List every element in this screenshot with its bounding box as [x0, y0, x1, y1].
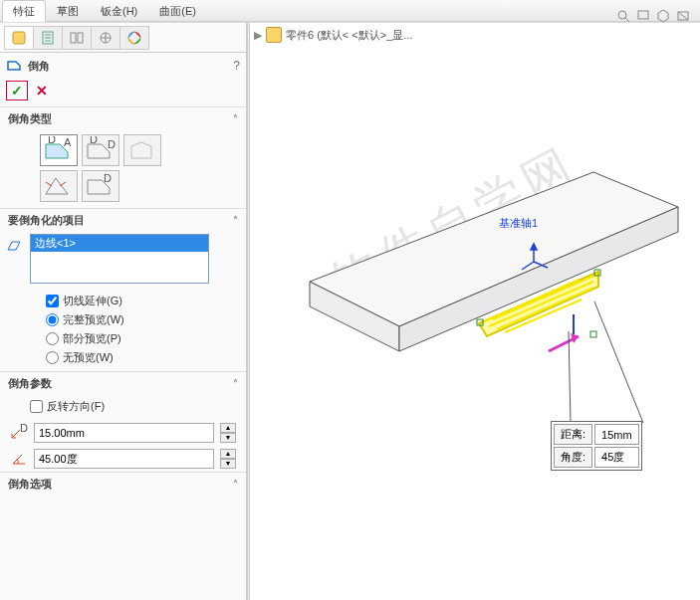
callout-ang-label: 角度:: [554, 447, 592, 468]
svg-text:D: D: [108, 138, 116, 150]
callout-ang-value[interactable]: 45度: [594, 447, 639, 468]
type-face-face[interactable]: D: [82, 170, 119, 202]
chamfer-icon: [6, 58, 22, 74]
ribbon-tab-feature[interactable]: 特征: [2, 0, 46, 22]
ribbon-tab-sheetmetal[interactable]: 钣金(H): [90, 0, 148, 22]
spin-up-icon[interactable]: ▲: [220, 449, 236, 459]
feature-header: 倒角 ?: [0, 53, 246, 79]
reverse-checkbox[interactable]: 反转方向(F): [30, 399, 246, 414]
fm-tab-property[interactable]: [33, 26, 63, 50]
preview-full-radio[interactable]: 完整预览(W): [46, 312, 246, 327]
preview-partial-radio[interactable]: 部分预览(P): [46, 331, 246, 346]
section-title-type: 倒角类型: [8, 111, 52, 126]
help-icon[interactable]: ?: [233, 59, 240, 73]
cancel-button[interactable]: ✕: [32, 83, 52, 99]
breadcrumb: ▶ 零件6 (默认< <默认>_显...: [254, 27, 412, 43]
reverse-label: 反转方向(F): [47, 399, 105, 414]
chevron-up-icon: ˄: [233, 113, 238, 124]
chamfer-callout[interactable]: 距离: 15mm 角度: 45度: [551, 421, 642, 471]
distance-spinner[interactable]: ▲ ▼: [220, 423, 236, 443]
spin-up-icon[interactable]: ▲: [220, 423, 236, 433]
feature-title: 倒角: [28, 59, 50, 74]
axis-label: 基准轴1: [499, 217, 538, 229]
section-title-params: 倒角参数: [8, 376, 52, 391]
svg-rect-11: [78, 33, 83, 43]
preview-none-radio[interactable]: 无预览(W): [46, 350, 246, 365]
preview-partial-input[interactable]: [46, 332, 59, 345]
ribbon-tab-sketch[interactable]: 草图: [46, 0, 90, 22]
ok-button[interactable]: ✓: [6, 81, 28, 100]
svg-text:D: D: [48, 136, 56, 145]
chamfer-type-row2: D: [0, 168, 246, 208]
preview-full-label: 完整预览(W): [63, 312, 124, 327]
chevron-up-icon: ˄: [233, 479, 238, 490]
fm-tab-feature-tree[interactable]: [4, 26, 34, 50]
property-manager-panel: 倒角 ? ✓ ✕ 倒角类型 ˄ DA DD: [0, 23, 247, 600]
section-items[interactable]: 要倒角化的项目 ˄: [0, 208, 246, 232]
section-options[interactable]: 倒角选项 ˄: [0, 472, 246, 496]
fm-tab-dim[interactable]: [91, 26, 120, 50]
chevron-up-icon: ˄: [233, 378, 238, 389]
svg-text:A: A: [64, 136, 72, 148]
tangent-prop-checkbox[interactable]: 切线延伸(G): [46, 294, 246, 308]
section-title-items: 要倒角化的项目: [8, 213, 85, 228]
preview-full-input[interactable]: [46, 313, 59, 326]
preview-none-input[interactable]: [46, 351, 59, 364]
svg-line-40: [594, 301, 643, 423]
spin-down-icon[interactable]: ▼: [220, 459, 236, 469]
svg-rect-35: [590, 331, 596, 337]
confirm-row: ✓ ✕: [0, 79, 246, 106]
part-name[interactable]: 零件6 (默认< <默认>_显...: [286, 28, 412, 43]
feature-manager-tabs: [0, 23, 246, 53]
chamfer-type-row1: DA DD: [0, 130, 246, 168]
tangent-label: 切线延伸(G): [63, 294, 122, 308]
breadcrumb-arrow-icon[interactable]: ▶: [254, 29, 262, 42]
reverse-checkbox-input[interactable]: [30, 400, 43, 413]
selection-item[interactable]: 边线<1>: [31, 235, 208, 252]
callout-dist-label: 距离:: [554, 424, 592, 445]
spin-down-icon[interactable]: ▼: [220, 433, 236, 443]
zoom-fit-icon[interactable]: [616, 9, 630, 23]
ribbon-tabs: 特征 草图 钣金(H) 曲面(E): [0, 0, 700, 22]
tangent-checkbox-input[interactable]: [46, 295, 59, 307]
svg-line-20: [46, 182, 52, 186]
fm-tab-config[interactable]: [62, 26, 92, 50]
edge-select-icon: [6, 238, 22, 254]
type-angle-distance[interactable]: DA: [40, 134, 78, 166]
svg-line-4: [678, 12, 688, 20]
selection-list[interactable]: 边线<1>: [30, 234, 209, 284]
svg-text:D: D: [90, 136, 98, 145]
svg-rect-5: [13, 32, 25, 44]
svg-text:D: D: [20, 424, 28, 434]
3d-viewport[interactable]: ▶ 零件6 (默认< <默认>_显... 软件自学网: [250, 23, 700, 600]
view-toolbar: [616, 9, 690, 23]
distance-input[interactable]: [34, 423, 214, 443]
svg-point-0: [618, 11, 626, 19]
model-canvas: 基准轴1: [250, 53, 698, 471]
fm-tab-appearance[interactable]: [119, 26, 149, 50]
reverse-option: 反转方向(F): [0, 395, 246, 420]
type-distance-distance[interactable]: DD: [82, 134, 119, 166]
zoom-window-icon[interactable]: [636, 9, 650, 23]
angle-spinner[interactable]: ▲ ▼: [220, 449, 236, 469]
distance-row: D ▲ ▼: [0, 420, 246, 446]
angle-row: ▲ ▼: [0, 446, 246, 472]
preview-partial-label: 部分预览(P): [63, 331, 121, 346]
callout-dist-value[interactable]: 15mm: [594, 424, 639, 445]
section-chamfer-type[interactable]: 倒角类型 ˄: [0, 106, 246, 130]
type-offset-face[interactable]: [40, 170, 78, 202]
items-body: 边线<1>: [0, 232, 246, 290]
display-style-icon[interactable]: [676, 9, 690, 23]
ribbon-tab-surface[interactable]: 曲面(E): [148, 0, 207, 22]
svg-text:D: D: [104, 172, 112, 184]
svg-line-39: [569, 331, 571, 423]
svg-line-1: [625, 18, 629, 22]
type-vertex[interactable]: [123, 134, 161, 166]
svg-rect-2: [638, 11, 648, 19]
svg-rect-10: [71, 33, 76, 43]
view-orient-icon[interactable]: [656, 9, 670, 23]
preview-options: 切线延伸(G) 完整预览(W) 部分预览(P) 无预览(W): [0, 290, 246, 371]
section-params[interactable]: 倒角参数 ˄: [0, 371, 246, 395]
section-title-options: 倒角选项: [8, 477, 52, 492]
angle-input[interactable]: [34, 449, 214, 469]
